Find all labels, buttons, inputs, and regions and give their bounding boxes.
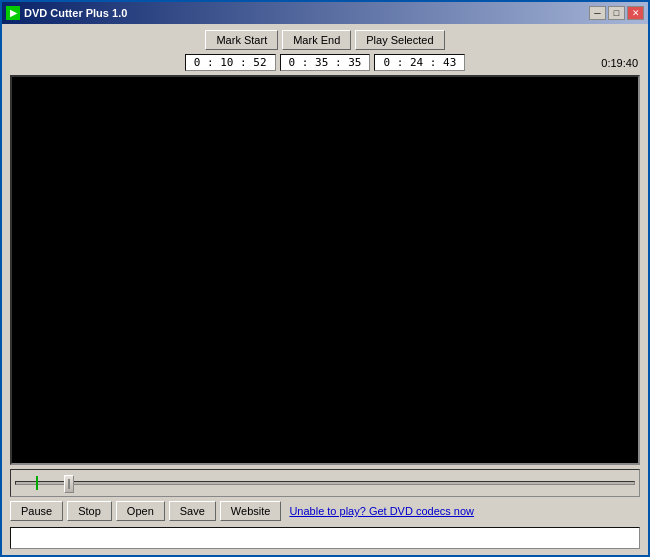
save-button[interactable]: Save (169, 501, 216, 521)
seek-bar-container (10, 469, 640, 497)
stop-button[interactable]: Stop (67, 501, 112, 521)
selected-time-display: 0 : 24 : 43 (374, 54, 465, 71)
title-bar-left: ▶ DVD Cutter Plus 1.0 (6, 6, 127, 20)
title-controls: ─ □ ✕ (589, 6, 644, 20)
start-time-display: 0 : 10 : 52 (185, 54, 276, 71)
mark-start-indicator (36, 476, 38, 490)
total-time-display: 0:19:40 (601, 57, 638, 69)
play-selected-button[interactable]: Play Selected (355, 30, 444, 50)
codec-link[interactable]: Unable to play? Get DVD codecs now (289, 505, 474, 517)
seek-track[interactable] (15, 481, 635, 485)
window-title: DVD Cutter Plus 1.0 (24, 7, 127, 19)
close-button[interactable]: ✕ (627, 6, 644, 20)
end-time-display: 0 : 35 : 35 (280, 54, 371, 71)
video-display (10, 75, 640, 465)
top-controls: Mark Start Mark End Play Selected (10, 30, 640, 50)
app-icon: ▶ (6, 6, 20, 20)
bottom-controls: Pause Stop Open Save Website Unable to p… (10, 501, 640, 521)
open-button[interactable]: Open (116, 501, 165, 521)
title-bar: ▶ DVD Cutter Plus 1.0 ─ □ ✕ (2, 2, 648, 24)
mark-end-button[interactable]: Mark End (282, 30, 351, 50)
pause-button[interactable]: Pause (10, 501, 63, 521)
mark-start-button[interactable]: Mark Start (205, 30, 278, 50)
main-window: ▶ DVD Cutter Plus 1.0 ─ □ ✕ Mark Start M… (0, 0, 650, 557)
minimize-button[interactable]: ─ (589, 6, 606, 20)
seek-thumb[interactable] (64, 475, 74, 493)
maximize-button[interactable]: □ (608, 6, 625, 20)
time-row: 0 : 10 : 52 0 : 35 : 35 0 : 24 : 43 0:19… (10, 54, 640, 71)
window-body: Mark Start Mark End Play Selected 0 : 10… (2, 24, 648, 555)
website-button[interactable]: Website (220, 501, 282, 521)
status-bar (10, 527, 640, 549)
